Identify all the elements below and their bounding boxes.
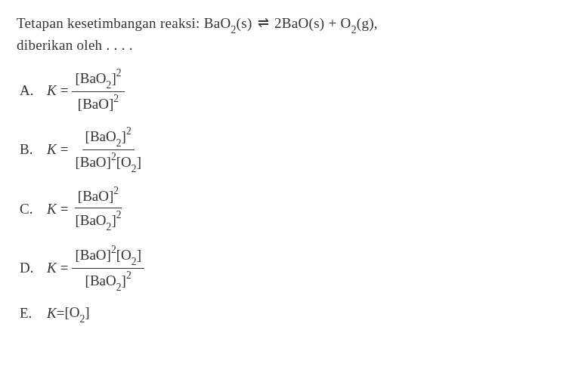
numerator: [BaO]2 — [75, 184, 122, 208]
option-label: D. — [20, 258, 47, 279]
question-line-1: Tetapan kesetimbangan reaksi: BaO2(s) ⇌ … — [17, 14, 571, 35]
numerator: [BaO]2[O2] — [72, 243, 144, 269]
option-e-equation: K= [O2] — [47, 303, 90, 325]
denominator: [BaO2]2 — [72, 208, 124, 233]
numerator: [BaO2]2 — [82, 125, 135, 150]
fraction: [BaO]2 [BaO2]2 — [72, 184, 124, 233]
option-b-equation: K = [BaO2]2 [BaO]2[O2] — [47, 125, 144, 176]
option-label: C. — [20, 199, 47, 220]
option-c-equation: K = [BaO]2 [BaO2]2 — [47, 184, 125, 233]
reaction: BaO2(s) ⇌ 2BaO(s) + O2(g) — [204, 15, 374, 31]
question-prefix: Tetapan kesetimbangan reaksi: — [17, 15, 204, 31]
question-line-2: diberikan oleh . . . . — [17, 35, 571, 56]
equilibrium-arrow-icon: ⇌ — [258, 14, 269, 32]
options-list: A. K = [BaO2]2 [BaO]2 B. K = [BaO2]2 [Ba… — [20, 66, 571, 325]
option-a: A. K = [BaO2]2 [BaO]2 — [20, 66, 571, 116]
denominator: [BaO2]2 — [82, 269, 135, 294]
option-label: B. — [20, 140, 47, 160]
option-b: B. K = [BaO2]2 [BaO]2[O2] — [20, 125, 571, 176]
fraction: [BaO2]2 [BaO]2 — [72, 66, 124, 116]
option-label: E. — [20, 303, 47, 324]
question-block: Tetapan kesetimbangan reaksi: BaO2(s) ⇌ … — [17, 14, 571, 56]
denominator: [BaO]2[O2] — [72, 150, 144, 175]
option-d-equation: K = [BaO]2[O2] [BaO2]2 — [47, 243, 144, 294]
denominator: [BaO]2 — [75, 92, 122, 116]
fraction: [BaO2]2 [BaO]2[O2] — [72, 125, 144, 176]
option-e: E. K= [O2] — [20, 303, 571, 325]
option-label: A. — [20, 81, 47, 101]
option-c: C. K = [BaO]2 [BaO2]2 — [20, 184, 571, 233]
numerator: [BaO2]2 — [72, 66, 124, 92]
fraction: [BaO]2[O2] [BaO2]2 — [72, 243, 144, 294]
option-a-equation: K = [BaO2]2 [BaO]2 — [47, 66, 125, 116]
option-d: D. K = [BaO]2[O2] [BaO2]2 — [20, 243, 571, 294]
option-e-rhs: [O2] — [64, 303, 89, 325]
